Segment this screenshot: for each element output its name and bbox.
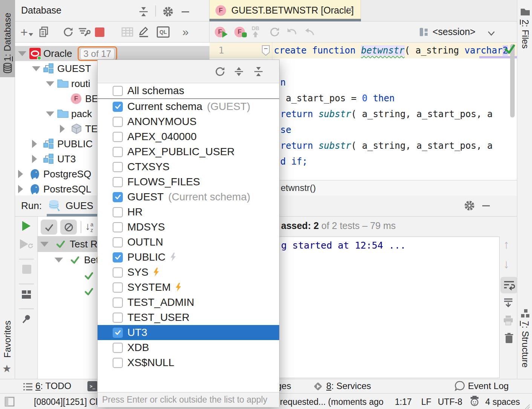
session-selector[interactable]: <session> [433, 26, 475, 37]
schema-option-SYSTEM[interactable]: SYSTEM [98, 280, 279, 295]
refresh-icon[interactable] [63, 24, 74, 40]
checkbox-icon[interactable] [113, 222, 123, 232]
expand-arrow-icon[interactable] [32, 155, 43, 163]
refresh-icon-disabled[interactable] [269, 24, 280, 40]
prev-occurrence-icon[interactable]: ↑ [503, 238, 509, 252]
status-message-right[interactable]: requested... (moments ago [280, 397, 384, 407]
jump-to-console-icon[interactable]: QL [157, 24, 170, 40]
checkbox-icon[interactable] [113, 252, 123, 262]
schema-option-PUBLIC[interactable]: PUBLIC [98, 250, 279, 265]
checkbox-icon[interactable] [113, 358, 123, 368]
expand-arrow-icon[interactable] [60, 125, 71, 133]
schema-option-APEX_040000[interactable]: APEX_040000 [98, 129, 279, 144]
schema-option-MDSYS[interactable]: MDSYS [98, 220, 279, 235]
add-datasource-button[interactable]: + [20, 24, 33, 40]
chevron-down-icon[interactable] [488, 31, 495, 37]
collapse-all-icon[interactable] [253, 66, 264, 79]
stop-icon[interactable] [22, 265, 31, 274]
collapse-all-icon[interactable] [138, 4, 149, 19]
checkbox-icon[interactable] [113, 86, 123, 96]
schema-option-All schemas[interactable]: All schemas [98, 83, 279, 98]
checkbox-icon[interactable] [113, 282, 123, 293]
scroll-to-end-icon[interactable] [503, 298, 514, 310]
sort-alphabetically-icon[interactable]: ↓ az [85, 220, 93, 233]
edit-icon[interactable] [138, 24, 149, 40]
run-tab-label[interactable]: GUES [66, 200, 93, 212]
checkbox-icon[interactable] [113, 102, 123, 112]
schema-option-GUEST[interactable]: GUEST(Current schema) [98, 189, 279, 204]
checkbox-icon[interactable] [113, 237, 123, 247]
checkbox-icon[interactable] [113, 132, 123, 142]
soft-wrap-icon[interactable] [500, 277, 518, 293]
checkbox-icon[interactable] [113, 328, 123, 338]
duplicate-icon[interactable] [38, 24, 49, 40]
bottom-tab-services[interactable]: 8: Services [326, 381, 371, 391]
push-to-database-icon[interactable]: DB [252, 24, 259, 39]
schema-option-HR[interactable]: HR [98, 204, 279, 220]
rerun-failed-icon[interactable] [20, 239, 34, 250]
layout-icon[interactable] [21, 290, 32, 301]
expand-arrow-icon[interactable] [18, 170, 29, 178]
next-occurrence-icon[interactable]: ↓ [503, 257, 509, 271]
navigate-icon[interactable] [304, 24, 315, 40]
debug-function-button[interactable]: F [234, 24, 247, 40]
expand-arrow-icon[interactable] [46, 81, 57, 86]
schema-option-TEST_USER[interactable]: TEST_USER [98, 310, 279, 325]
refresh-icon[interactable] [214, 66, 226, 79]
encoding-widget[interactable]: UTF-8 [438, 397, 462, 407]
toolwindow-toggle-icon[interactable] [5, 397, 15, 409]
schema-option-UT3[interactable]: UT3 [98, 325, 279, 340]
highlighting-level-icon[interactable] [469, 396, 480, 409]
schema-option-CTXSYS[interactable]: CTXSYS [98, 159, 279, 174]
sidebar-tab-database[interactable]: 1: Database [0, 0, 15, 77]
editor-tab[interactable]: F GUEST.BETWNSTR [Oracle] × [209, 0, 361, 21]
hide-panel-icon[interactable] [182, 4, 189, 19]
bottom-tab-terminal[interactable]: >_ [87, 381, 98, 391]
clear-console-icon[interactable] [504, 333, 514, 345]
schema-option-FLOWS_FILES[interactable]: FLOWS_FILES [98, 174, 279, 189]
schema-option-ANONYMOUS[interactable]: ANONYMOUS [98, 114, 279, 129]
expand-arrow-icon[interactable] [18, 185, 29, 193]
schema-option-APEX_PUBLIC_USER[interactable]: APEX_PUBLIC_USER [98, 144, 279, 159]
schema-option-XDB[interactable]: XDB [98, 340, 279, 355]
checkbox-icon[interactable] [113, 267, 123, 278]
sidebar-tab-favorites[interactable]: Favorites ★ [0, 314, 15, 375]
tree-item-Oracle[interactable]: Oracle3 of 17 [15, 46, 209, 61]
status-message-left[interactable]: [08004][1251] Clie [34, 397, 104, 407]
table-view-icon[interactable] [121, 24, 133, 40]
schema-option-TEST_ADMIN[interactable]: TEST_ADMIN [98, 295, 279, 310]
expand-arrow-icon[interactable] [32, 140, 43, 148]
run-function-button[interactable]: F [215, 24, 228, 40]
hide-panel-icon[interactable] [482, 205, 490, 206]
checkbox-icon[interactable] [113, 147, 123, 157]
expand-arrow-icon[interactable] [46, 111, 57, 116]
undo-icon[interactable] [286, 24, 298, 40]
expand-all-icon[interactable] [233, 66, 245, 79]
gear-icon[interactable] [463, 200, 475, 213]
indent-widget[interactable]: 4 spaces [485, 397, 520, 407]
checkbox-icon[interactable] [113, 313, 123, 323]
pin-icon[interactable] [21, 314, 32, 325]
expand-arrow-icon[interactable] [32, 66, 43, 71]
schema-option-Current schema[interactable]: Current schema(GUEST) [98, 99, 279, 114]
schema-option-OUTLN[interactable]: OUTLN [98, 235, 279, 250]
bottom-tab-event-log[interactable]: Event Log [468, 381, 509, 391]
show-passed-icon[interactable] [41, 220, 57, 235]
sidebar-tab-files[interactable]: 2: Files [517, 4, 532, 64]
resize-grip[interactable] [524, 402, 530, 409]
sidebar-tab-structure[interactable]: 7: Structure [517, 308, 532, 383]
gear-icon[interactable] [162, 4, 174, 19]
checkbox-icon[interactable] [113, 192, 123, 202]
breadcrumb-item[interactable]: etwnstr() [281, 183, 316, 193]
expand-arrow-icon[interactable] [18, 51, 29, 56]
fold-marker-icon[interactable] [261, 45, 270, 58]
stop-button[interactable] [95, 24, 104, 40]
datasource-properties-icon[interactable] [78, 24, 90, 40]
close-icon[interactable]: × [347, 4, 353, 16]
print-icon[interactable] [503, 315, 514, 327]
show-ignored-icon[interactable] [60, 220, 77, 235]
checkbox-icon[interactable] [113, 343, 123, 353]
more-actions-icon[interactable]: » [182, 24, 189, 40]
schema-option-XS$NULL[interactable]: XS$NULL [98, 355, 279, 370]
checkbox-icon[interactable] [113, 162, 123, 172]
